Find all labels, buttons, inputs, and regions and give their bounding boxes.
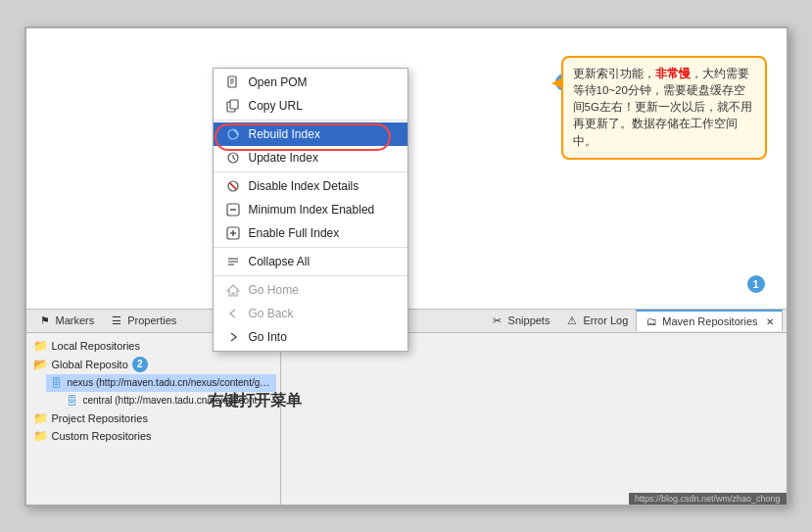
folder-icon-project: 📁 <box>34 411 48 425</box>
menu-item-go-home[interactable]: Go Home <box>214 278 407 302</box>
tab-markers-label: Markers <box>56 314 95 326</box>
url-bar: https://blog.csdn.net/wm/zhao_chong <box>629 493 787 505</box>
tree-label-global: Global Reposito <box>52 359 128 370</box>
disable-icon <box>225 178 241 194</box>
tree-label-nexus: nexus (http://maven.tadu.cn/nexus/conten… <box>68 377 272 388</box>
menu-item-minimum-index[interactable]: Minimum Index Enabled <box>214 198 407 221</box>
menu-label-disable-index: Disable Index Details <box>249 179 396 193</box>
repo-icon-nexus: 🗄 <box>50 376 64 390</box>
annotation-badge-1: 1 <box>747 275 765 293</box>
back-icon <box>225 306 241 321</box>
folder-icon-local: 📁 <box>34 339 48 353</box>
tab-maven-repos[interactable]: 🗂 Maven Repositories ✕ <box>636 310 782 331</box>
copy-icon <box>225 98 241 114</box>
menu-label-copy-url: Copy URL <box>249 99 396 113</box>
menu-separator-4 <box>214 275 407 276</box>
minimum-icon <box>225 202 241 218</box>
svg-line-10 <box>230 183 236 189</box>
panel-content: 📁 Local Repositories 📂 Global Reposito 2… <box>26 333 787 505</box>
menu-label-go-into: Go Into <box>249 330 396 344</box>
file-icon <box>225 74 241 90</box>
repo-icon-central: 🗄 <box>66 394 79 408</box>
menu-label-enable-full: Enable Full Index <box>249 226 396 240</box>
menu-label-minimum-index: Minimum Index Enabled <box>249 203 396 217</box>
menu-item-update-index[interactable]: Update Index <box>214 146 407 169</box>
collapse-icon <box>225 254 241 269</box>
menu-label-collapse-all: Collapse All <box>249 255 396 268</box>
tree-item-nexus[interactable]: 🗄 nexus (http://maven.tadu.cn/nexus/cont… <box>46 374 276 392</box>
menu-label-rebuild-index: Rebuild Index <box>249 127 396 141</box>
tree-label-local: Local Repositories <box>52 340 141 352</box>
menu-separator-1 <box>214 120 407 121</box>
menu-item-copy-url[interactable]: Copy URL <box>214 94 407 118</box>
callout-highlight: 非常慢 <box>655 68 691 79</box>
update-icon <box>225 150 241 166</box>
folder-icon-global: 📂 <box>34 358 48 371</box>
tab-properties[interactable]: ☰ Properties <box>102 311 184 330</box>
menu-label-update-index: Update Index <box>249 151 396 165</box>
callout-bubble: 更新索引功能，非常慢，大约需要等待10~20分钟，需要硬盘缓存空间5G左右！更新… <box>561 56 767 160</box>
tree-label-custom: Custom Repositories <box>52 430 152 442</box>
tab-snippets[interactable]: ✂ Snippets <box>483 311 558 330</box>
tree-panel: 📁 Local Repositories 📂 Global Reposito 2… <box>26 333 281 505</box>
menu-item-rebuild-index[interactable]: Rebuild Index <box>214 122 407 146</box>
svg-rect-5 <box>230 100 238 109</box>
menu-item-disable-index[interactable]: Disable Index Details <box>214 174 407 198</box>
full-icon <box>225 225 241 241</box>
properties-icon: ☰ <box>110 314 123 327</box>
tab-error-log-label: Error Log <box>583 314 628 326</box>
tab-snippets-label: Snippets <box>508 314 550 326</box>
folder-icon-custom: 📁 <box>34 429 48 443</box>
maven-icon: 🗂 <box>645 314 658 328</box>
menu-item-go-into[interactable]: Go Into <box>214 325 407 349</box>
markers-icon: ⚑ <box>38 314 52 327</box>
tab-maven-label: Maven Repositories <box>662 315 757 327</box>
error-log-icon: ⚠ <box>565 314 579 327</box>
rebuild-icon <box>225 126 241 142</box>
context-menu[interactable]: Open POM Copy URL Rebuild Index Upda <box>213 68 408 352</box>
chinese-label: 右键打开菜单 <box>208 391 281 411</box>
callout-text-before: 更新索引功能， <box>573 68 655 79</box>
tab-properties-label: Properties <box>127 314 176 326</box>
home-icon <box>225 282 241 298</box>
into-icon <box>225 329 241 345</box>
menu-item-collapse-all[interactable]: Collapse All <box>214 250 407 273</box>
menu-item-go-back[interactable]: Go Back <box>214 302 407 325</box>
close-tab-icon[interactable]: ✕ <box>766 316 774 327</box>
tree-item-global[interactable]: 📂 Global Reposito 2 <box>30 355 276 374</box>
annotation-badge-2: 2 <box>132 357 148 372</box>
menu-label-go-home: Go Home <box>249 283 396 297</box>
tab-error-log[interactable]: ⚠ Error Log <box>557 311 636 330</box>
menu-separator-2 <box>214 171 407 172</box>
svg-marker-19 <box>227 285 239 296</box>
menu-item-enable-full[interactable]: Enable Full Index <box>214 221 407 245</box>
main-area: Open POM Copy URL Rebuild Index Upda <box>26 28 787 309</box>
menu-separator-3 <box>214 247 407 248</box>
menu-item-open-pom[interactable]: Open POM <box>214 71 407 94</box>
tab-markers[interactable]: ⚑ Markers <box>30 311 103 330</box>
tree-item-custom[interactable]: 📁 Custom Repositories <box>30 427 276 445</box>
tree-label-project: Project Repositories <box>52 412 148 424</box>
tree-item-project[interactable]: 📁 Project Repositories <box>30 410 276 427</box>
main-window: Open POM Copy URL Rebuild Index Upda <box>24 26 788 507</box>
snippets-icon: ✂ <box>491 314 504 327</box>
menu-label-go-back: Go Back <box>249 307 396 320</box>
menu-label-open-pom: Open POM <box>249 75 396 89</box>
